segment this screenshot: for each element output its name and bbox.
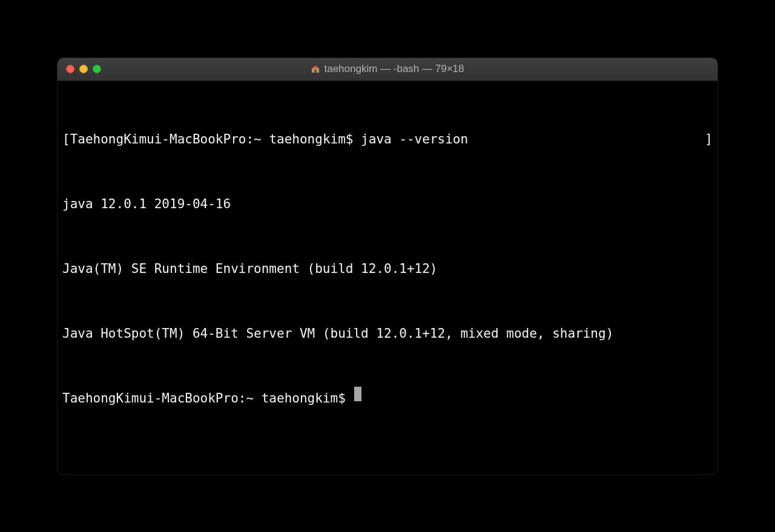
prompt: TaehongKimui-MacBookPro:~ taehongkim$: [70, 132, 361, 146]
traffic-lights: [58, 65, 101, 73]
terminal-output: [TaehongKimui-MacBookPro:~ taehongkim$ j…: [62, 129, 468, 151]
terminal-line: Java HotSpot(TM) 64-Bit Server VM (build…: [62, 323, 713, 345]
maximize-icon[interactable]: [93, 65, 101, 73]
bracket-left: [: [62, 132, 70, 146]
titlebar[interactable]: taehongkim — -bash — 79×18: [58, 58, 717, 81]
terminal-line: [TaehongKimui-MacBookPro:~ taehongkim$ j…: [62, 129, 713, 151]
terminal-line: TaehongKimui-MacBookPro:~ taehongkim$: [62, 388, 713, 410]
bracket-right: ]: [705, 129, 713, 151]
terminal-window: taehongkim — -bash — 79×18 [TaehongKimui…: [58, 58, 717, 475]
terminal-line: Java(TM) SE Runtime Environment (build 1…: [62, 258, 713, 280]
terminal-body[interactable]: [TaehongKimui-MacBookPro:~ taehongkim$ j…: [58, 81, 717, 475]
command-text: java --version: [361, 132, 468, 146]
terminal-output: java 12.0.1 2019-04-16: [62, 194, 231, 215]
terminal-line: java 12.0.1 2019-04-16: [62, 194, 713, 215]
close-icon[interactable]: [66, 65, 74, 73]
svg-rect-0: [315, 70, 317, 73]
terminal-output: Java(TM) SE Runtime Environment (build 1…: [62, 258, 438, 280]
minimize-icon[interactable]: [79, 65, 88, 73]
home-folder-icon: [311, 64, 320, 74]
cursor: [354, 387, 361, 401]
terminal-output: Java HotSpot(TM) 64-Bit Server VM (build…: [62, 323, 613, 345]
prompt: TaehongKimui-MacBookPro:~ taehongkim$: [62, 388, 353, 410]
title-wrap: taehongkim — -bash — 79×18: [58, 63, 717, 75]
window-title: taehongkim — -bash — 79×18: [324, 63, 464, 75]
